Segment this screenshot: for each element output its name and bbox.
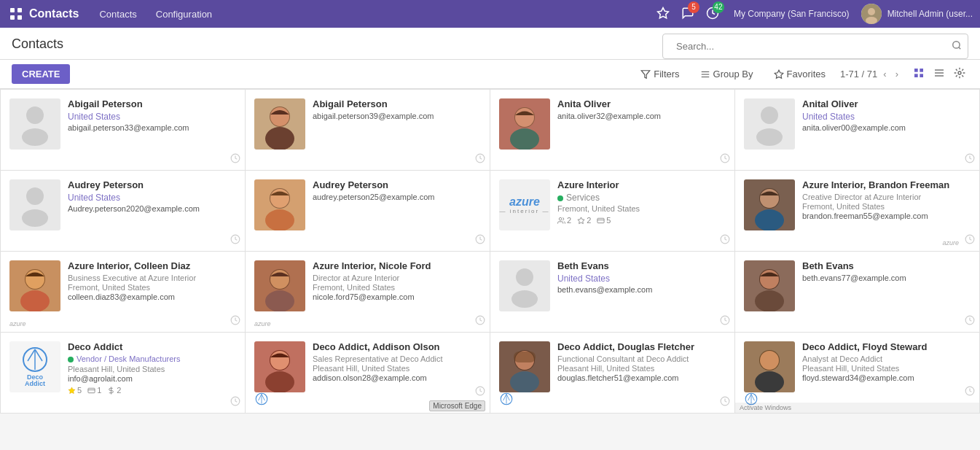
contacts-grid: Abigail Peterson United States abigail.p… bbox=[0, 89, 980, 414]
svg-line-68 bbox=[28, 349, 35, 361]
toolbar: CREATE Filters Group By Favorites 1-71 /… bbox=[0, 60, 980, 89]
list-view-button[interactable] bbox=[930, 64, 948, 84]
clock-button[interactable]: 42 bbox=[703, 4, 722, 25]
filters-button[interactable]: Filters bbox=[635, 66, 685, 82]
contact-card[interactable]: Deco Addict, Addison Olson Sales Represe… bbox=[246, 333, 490, 413]
contact-card[interactable]: Beth Evans beth.evans77@example.com bbox=[735, 252, 979, 332]
contact-card[interactable]: Anita Oliver anita.oliver32@example.com bbox=[490, 90, 734, 170]
user-avatar[interactable] bbox=[861, 4, 882, 24]
clock-icon[interactable] bbox=[230, 153, 240, 166]
contact-name: Anita Oliver bbox=[557, 98, 726, 109]
contact-card[interactable]: Azure Interior, Brandon Freeman Creative… bbox=[735, 171, 979, 251]
contact-name: Azure Interior, Brandon Freeman bbox=[802, 179, 971, 190]
clock-icon[interactable] bbox=[475, 153, 485, 166]
svg-line-69 bbox=[35, 349, 42, 361]
svg-point-35 bbox=[26, 187, 44, 205]
search-icon[interactable] bbox=[952, 40, 962, 53]
svg-point-21 bbox=[26, 106, 44, 124]
contact-avatar: azure — interior — bbox=[499, 179, 550, 230]
create-button[interactable]: CREATE bbox=[12, 64, 70, 84]
svg-line-81 bbox=[262, 394, 264, 400]
svg-point-7 bbox=[868, 8, 875, 15]
svg-point-52 bbox=[20, 290, 50, 311]
clock-icon[interactable] bbox=[720, 396, 730, 408]
contact-email: anita.oliver32@example.com bbox=[557, 112, 726, 120]
svg-point-63 bbox=[755, 290, 784, 311]
search-input[interactable] bbox=[669, 37, 949, 55]
contact-name: Azure Interior, Colleen Diaz bbox=[68, 260, 236, 271]
contact-email: abigail.peterson39@example.com bbox=[313, 112, 481, 120]
chat-button[interactable]: 5 bbox=[678, 4, 697, 25]
clock-icon[interactable] bbox=[720, 315, 730, 327]
svg-line-97 bbox=[748, 394, 751, 400]
clock-icon[interactable] bbox=[475, 234, 485, 247]
contact-avatar bbox=[499, 98, 550, 150]
contact-card[interactable]: Beth Evans United States beth.evans@exam… bbox=[490, 252, 734, 332]
contact-name: Anital Oliver bbox=[802, 98, 971, 109]
clock-icon[interactable] bbox=[720, 153, 730, 166]
contact-card[interactable]: DecoAddict Deco Addict Vendor / Desk Man… bbox=[1, 333, 245, 413]
nav-contacts[interactable]: Contacts bbox=[90, 4, 145, 24]
svg-point-9 bbox=[953, 42, 960, 48]
contact-stats: 5 1 2 bbox=[68, 386, 236, 395]
nav-links: Contacts Configuration bbox=[90, 4, 221, 24]
svg-marker-43 bbox=[578, 217, 584, 223]
clock-icon[interactable] bbox=[965, 315, 975, 327]
clock-icon[interactable] bbox=[230, 396, 240, 408]
prev-page[interactable]: ‹ bbox=[880, 67, 889, 81]
contact-card[interactable]: Audrey Peterson United States Audrey.pet… bbox=[1, 171, 245, 251]
svg-rect-71 bbox=[88, 388, 95, 392]
contact-name: Deco Addict, Douglas Fletcher bbox=[557, 341, 726, 352]
svg-line-10 bbox=[959, 47, 961, 50]
settings-view-button[interactable] bbox=[951, 64, 968, 84]
contact-avatar bbox=[744, 341, 795, 392]
svg-rect-1 bbox=[17, 8, 22, 12]
contact-card[interactable]: Audrey Peterson audrey.peterson25@exampl… bbox=[246, 171, 490, 251]
clock-icon[interactable] bbox=[965, 153, 975, 166]
star-button[interactable] bbox=[654, 4, 673, 25]
contact-avatar bbox=[254, 179, 305, 230]
company-name[interactable]: My Company (San Francisco) bbox=[734, 9, 850, 19]
clock-icon[interactable] bbox=[475, 386, 485, 398]
clock-icon[interactable] bbox=[475, 315, 485, 327]
contact-location: Fremont, United States bbox=[68, 283, 236, 292]
favorites-button[interactable]: Favorites bbox=[768, 66, 831, 82]
contact-email: addison.olson28@example.com bbox=[313, 373, 481, 382]
contact-card[interactable]: Deco Addict, Douglas Fletcher Functional… bbox=[490, 333, 734, 413]
contact-email: info@agrolait.com bbox=[68, 374, 236, 383]
svg-point-20 bbox=[958, 71, 961, 74]
clock-icon[interactable] bbox=[965, 386, 975, 398]
contact-avatar bbox=[9, 260, 60, 311]
svg-line-98 bbox=[751, 394, 754, 400]
next-page[interactable]: › bbox=[893, 67, 901, 81]
clock-icon[interactable] bbox=[230, 234, 240, 247]
svg-point-60 bbox=[511, 290, 538, 308]
svg-marker-11 bbox=[641, 70, 650, 78]
kanban-view-button[interactable] bbox=[910, 64, 928, 84]
contact-location: Fremont, United States bbox=[802, 202, 971, 211]
contact-card[interactable]: Abigail Peterson United States abigail.p… bbox=[1, 90, 245, 170]
svg-point-76 bbox=[265, 371, 294, 392]
contact-name: Audrey Peterson bbox=[313, 179, 481, 190]
page-title: Contacts bbox=[12, 34, 662, 59]
contact-card[interactable]: Azure Interior, Colleen Diaz Business Ex… bbox=[1, 252, 245, 332]
app-grid-icon[interactable] bbox=[7, 5, 25, 23]
clock-icon[interactable] bbox=[230, 315, 240, 327]
contact-location: Pleasant Hill, United States bbox=[557, 364, 726, 373]
contact-card[interactable]: Abigail Peterson abigail.peterson39@exam… bbox=[246, 90, 490, 170]
contact-avatar bbox=[9, 179, 60, 230]
groupby-button[interactable]: Group By bbox=[694, 66, 759, 82]
contact-card[interactable]: Deco Addict, Floyd Steward Analyst at De… bbox=[735, 333, 979, 413]
clock-icon[interactable] bbox=[720, 234, 730, 247]
contact-card[interactable]: Azure Interior, Nicole Ford Director at … bbox=[246, 252, 490, 332]
svg-rect-15 bbox=[914, 74, 918, 77]
nav-configuration[interactable]: Configuration bbox=[147, 4, 221, 24]
contact-card[interactable]: Anital Oliver United States anita.oliver… bbox=[735, 90, 979, 170]
contact-name: Azure Interior bbox=[557, 179, 726, 190]
contact-email: abigail.peterson33@example.com bbox=[68, 123, 236, 132]
user-name[interactable]: Mitchell Admin (user... bbox=[887, 9, 973, 19]
clock-icon[interactable] bbox=[965, 234, 975, 247]
svg-point-25 bbox=[265, 127, 294, 150]
svg-point-42 bbox=[559, 217, 562, 220]
contact-card[interactable]: azure — interior — Azure Interior Servic… bbox=[490, 171, 734, 251]
